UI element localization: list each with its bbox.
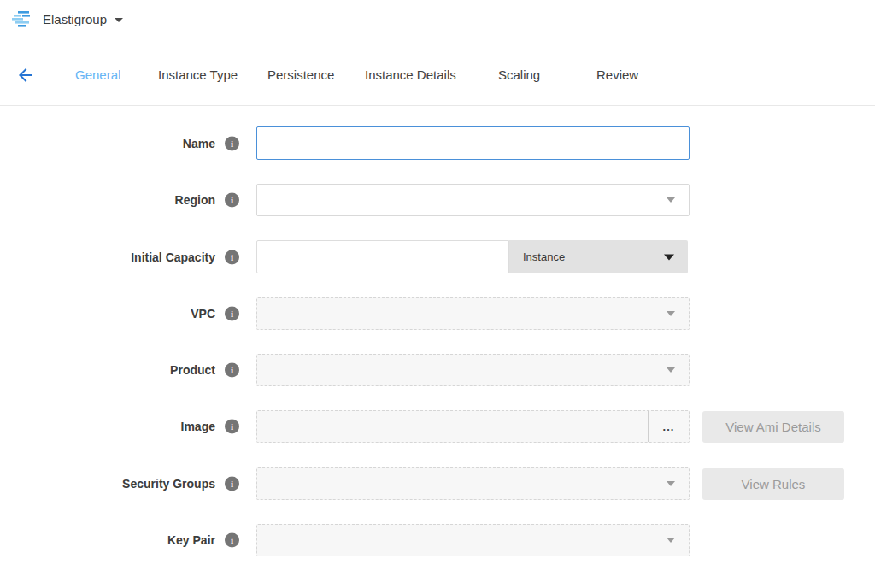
chevron-down-icon xyxy=(115,18,123,22)
arrow-left-icon xyxy=(15,65,36,85)
capacity-unit-value: Instance xyxy=(523,250,565,263)
security-groups-field-row: Security Groups i View Rules xyxy=(0,467,875,500)
product-label: Product xyxy=(34,363,215,377)
back-button[interactable] xyxy=(15,65,36,85)
key-pair-field-row: Key Pair i xyxy=(0,524,875,556)
vpc-field-row: VPC i xyxy=(0,297,875,330)
name-field-row: Name i xyxy=(0,126,875,160)
vpc-dropdown-disabled xyxy=(256,297,690,330)
initial-capacity-input[interactable] xyxy=(256,240,509,273)
topbar: Elastigroup xyxy=(0,0,875,38)
image-info-icon[interactable]: i xyxy=(225,420,239,434)
app-window: Elastigroup General Instance Type Persis… xyxy=(0,0,875,588)
name-info-icon[interactable]: i xyxy=(225,136,239,150)
info-glyph: i xyxy=(231,536,233,545)
chevron-down-icon xyxy=(667,368,675,373)
name-label: Name xyxy=(34,137,215,150)
initial-capacity-info-icon[interactable]: i xyxy=(225,250,239,264)
initial-capacity-label: Initial Capacity xyxy=(34,250,215,264)
product-info-icon[interactable]: i xyxy=(225,363,239,378)
key-pair-info-icon[interactable]: i xyxy=(225,533,239,548)
elastigroup-logo-icon xyxy=(12,10,34,28)
elastigroup-product-switcher[interactable]: Elastigroup xyxy=(12,10,123,28)
tab-instance-details[interactable]: Instance Details xyxy=(365,68,456,82)
product-field-row: Product i xyxy=(0,354,875,386)
capacity-unit-dropdown[interactable]: Instance xyxy=(509,240,688,273)
image-field-row: Image i ... View Ami Details xyxy=(0,410,875,443)
info-glyph: i xyxy=(231,309,233,319)
region-label: Region xyxy=(34,193,215,207)
security-groups-label: Security Groups xyxy=(34,477,215,491)
region-field-row: Region i xyxy=(0,184,875,216)
tab-general[interactable]: General xyxy=(75,68,120,82)
info-glyph: i xyxy=(231,196,233,205)
info-glyph: i xyxy=(231,479,233,489)
vpc-info-icon[interactable]: i xyxy=(225,307,239,321)
name-input[interactable] xyxy=(256,126,690,160)
image-input-disabled: ... xyxy=(256,410,690,443)
product-dropdown-disabled xyxy=(256,354,690,386)
initial-capacity-field-row: Initial Capacity i Instance xyxy=(0,240,875,273)
view-ami-details-button: View Ami Details xyxy=(702,411,844,443)
chevron-down-icon xyxy=(667,481,675,486)
key-pair-dropdown-disabled xyxy=(256,524,690,556)
region-dropdown[interactable] xyxy=(256,184,690,216)
tab-instance-type[interactable]: Instance Type xyxy=(158,68,238,82)
security-groups-info-icon[interactable]: i xyxy=(225,477,239,491)
info-glyph: i xyxy=(231,366,233,375)
wizard-tabbar: General Instance Type Persistence Instan… xyxy=(0,39,875,106)
info-glyph: i xyxy=(231,252,233,262)
vpc-label: VPC xyxy=(34,307,215,320)
info-glyph: i xyxy=(231,138,233,148)
info-glyph: i xyxy=(231,422,233,432)
image-browse-button: ... xyxy=(648,411,689,442)
image-label: Image xyxy=(34,420,215,433)
app-title: Elastigroup xyxy=(43,12,107,26)
key-pair-label: Key Pair xyxy=(34,533,215,547)
chevron-down-icon xyxy=(664,254,674,260)
chevron-down-icon xyxy=(667,311,675,316)
tab-scaling[interactable]: Scaling xyxy=(498,68,540,82)
chevron-down-icon xyxy=(667,538,675,543)
region-info-icon[interactable]: i xyxy=(225,193,239,208)
chevron-down-icon xyxy=(667,197,675,203)
view-rules-button: View Rules xyxy=(702,468,844,500)
tab-review[interactable]: Review xyxy=(596,68,638,82)
security-groups-dropdown-disabled xyxy=(256,467,690,500)
tab-persistence[interactable]: Persistence xyxy=(267,68,334,82)
